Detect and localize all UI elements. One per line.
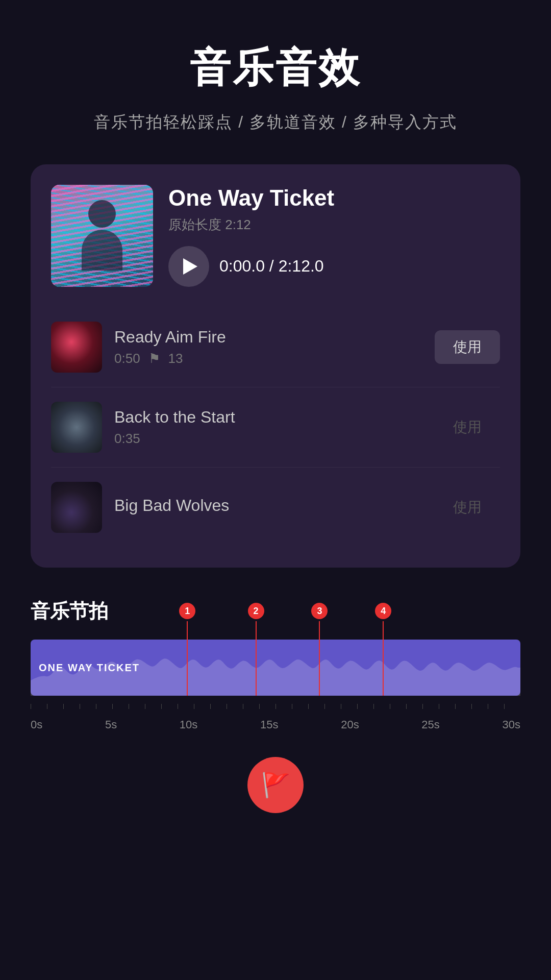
track-list: Ready Aim Fire 0:50 ⚑ 13 使用 Back to the … xyxy=(51,307,500,547)
track-list-info: Ready Aim Fire 0:50 ⚑ 13 xyxy=(114,328,422,366)
track-list-meta: 0:50 ⚑ 13 xyxy=(114,351,422,366)
timeline-label-15s: 15s xyxy=(260,718,278,731)
timeline-label-10s: 10s xyxy=(180,718,197,731)
track-list-info: Back to the Start 0:35 xyxy=(114,408,422,447)
beat-marker-4[interactable]: 4 xyxy=(383,621,384,696)
track-info: One Way Ticket 原始长度 2:12 0:00.0 / 2:12.0 xyxy=(168,185,500,287)
track-thumb xyxy=(51,322,102,373)
use-button-1[interactable]: 使用 xyxy=(435,330,500,364)
waveform-container: ONE WAY TICKET 1 2 3 4 xyxy=(31,640,520,696)
track-thumb xyxy=(51,482,102,533)
timeline-label-0s: 0s xyxy=(31,718,42,731)
beat-section-title: 音乐节拍 xyxy=(31,598,520,624)
track-label: ONE WAY TICKET xyxy=(39,662,140,674)
page-title: 音乐音效 xyxy=(190,41,361,96)
album-art xyxy=(51,185,153,287)
list-item: Back to the Start 0:35 使用 xyxy=(51,387,500,468)
track-name: One Way Ticket xyxy=(168,185,500,211)
beat-marker-1[interactable]: 1 xyxy=(187,621,188,696)
time-display: 0:00.0 / 2:12.0 xyxy=(219,257,324,276)
list-item: Ready Aim Fire 0:50 ⚑ 13 使用 xyxy=(51,307,500,387)
beat-marker-3[interactable]: 3 xyxy=(319,621,320,696)
use-button-3[interactable]: 使用 xyxy=(435,491,500,524)
flag-icon: ⚑ xyxy=(148,351,160,366)
play-button[interactable] xyxy=(168,246,209,287)
track-list-name: Ready Aim Fire xyxy=(114,328,422,347)
use-button-2[interactable]: 使用 xyxy=(435,410,500,444)
track-list-name: Back to the Start xyxy=(114,408,422,427)
timeline-label-20s: 20s xyxy=(341,718,359,731)
timeline: 0s 5s 10s 15s 20s 25s 30s xyxy=(31,704,520,737)
beat-section: 音乐节拍 ONE WAY TICKET 1 2 3 4 xyxy=(0,598,551,813)
waveform-track[interactable]: ONE WAY TICKET 1 2 3 4 xyxy=(31,640,520,696)
list-item: Big Bad Wolves 使用 xyxy=(51,468,500,547)
timeline-label-30s: 30s xyxy=(502,718,520,731)
track-list-name: Big Bad Wolves xyxy=(114,496,422,515)
track-thumb xyxy=(51,402,102,453)
track-list-info: Big Bad Wolves xyxy=(114,496,422,519)
beat-marker-2[interactable]: 2 xyxy=(256,621,257,696)
timeline-label-5s: 5s xyxy=(105,718,117,731)
track-duration-label: 原始长度 2:12 xyxy=(168,216,500,234)
page-subtitle: 音乐节拍轻松踩点 / 多轨道音效 / 多种导入方式 xyxy=(94,111,457,134)
player-controls: 0:00.0 / 2:12.0 xyxy=(168,246,500,287)
flag-icon: 🚩 xyxy=(261,771,290,799)
fab-flag-button[interactable]: 🚩 xyxy=(247,757,304,813)
music-card: One Way Ticket 原始长度 2:12 0:00.0 / 2:12.0… xyxy=(31,164,520,568)
track-list-meta: 0:35 xyxy=(114,431,422,447)
timeline-label-25s: 25s xyxy=(421,718,439,731)
now-playing-section: One Way Ticket 原始长度 2:12 0:00.0 / 2:12.0 xyxy=(51,185,500,287)
